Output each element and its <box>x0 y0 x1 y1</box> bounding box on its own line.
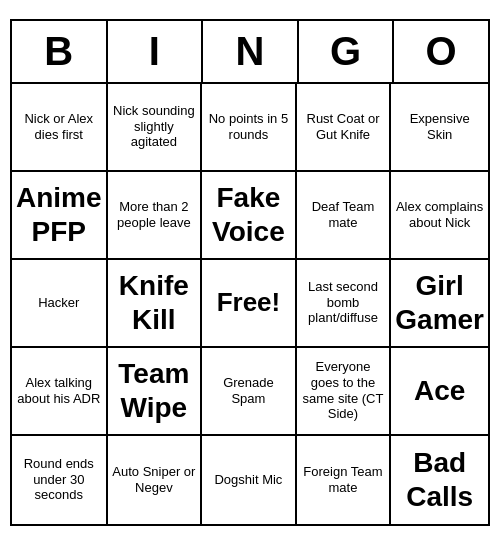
cell-text-6: More than 2 people leave <box>112 199 197 230</box>
bingo-cell-0[interactable]: Nick or Alex dies first <box>12 84 108 172</box>
header-letter-o: O <box>394 21 488 82</box>
bingo-cell-7[interactable]: Fake Voice <box>202 172 297 260</box>
cell-text-13: Last second bomb plant/diffuse <box>301 279 386 326</box>
cell-text-17: Grenade Spam <box>206 375 291 406</box>
cell-text-8: Deaf Team mate <box>301 199 386 230</box>
bingo-header: BINGO <box>12 21 488 84</box>
bingo-cell-9[interactable]: Alex complains about Nick <box>391 172 488 260</box>
bingo-cell-16[interactable]: Team Wipe <box>108 348 203 436</box>
bingo-cell-11[interactable]: Knife Kill <box>108 260 203 348</box>
bingo-cell-2[interactable]: No points in 5 rounds <box>202 84 297 172</box>
bingo-cell-20[interactable]: Round ends under 30 seconds <box>12 436 108 524</box>
cell-text-1: Nick sounding slightly agitated <box>112 103 197 150</box>
header-letter-i: I <box>108 21 204 82</box>
cell-text-7: Fake Voice <box>206 181 291 248</box>
bingo-cell-21[interactable]: Auto Sniper or Negev <box>108 436 203 524</box>
header-letter-g: G <box>299 21 395 82</box>
bingo-cell-18[interactable]: Everyone goes to the same site (CT Side) <box>297 348 392 436</box>
cell-text-16: Team Wipe <box>112 357 197 424</box>
cell-text-12: Free! <box>217 287 281 318</box>
bingo-cell-5[interactable]: Anime PFP <box>12 172 108 260</box>
bingo-cell-4[interactable]: Expensive Skin <box>391 84 488 172</box>
bingo-cell-10[interactable]: Hacker <box>12 260 108 348</box>
cell-text-3: Rust Coat or Gut Knife <box>301 111 386 142</box>
cell-text-14: Girl Gamer <box>395 269 484 336</box>
bingo-cell-14[interactable]: Girl Gamer <box>391 260 488 348</box>
bingo-cell-22[interactable]: Dogshit Mic <box>202 436 297 524</box>
bingo-cell-3[interactable]: Rust Coat or Gut Knife <box>297 84 392 172</box>
cell-text-15: Alex talking about his ADR <box>16 375 102 406</box>
cell-text-21: Auto Sniper or Negev <box>112 464 197 495</box>
bingo-cell-13[interactable]: Last second bomb plant/diffuse <box>297 260 392 348</box>
bingo-grid: Nick or Alex dies firstNick sounding sli… <box>12 84 488 524</box>
header-letter-n: N <box>203 21 299 82</box>
cell-text-19: Ace <box>414 374 465 408</box>
bingo-cell-19[interactable]: Ace <box>391 348 488 436</box>
header-letter-b: B <box>12 21 108 82</box>
cell-text-18: Everyone goes to the same site (CT Side) <box>301 359 386 421</box>
cell-text-22: Dogshit Mic <box>214 472 282 488</box>
cell-text-5: Anime PFP <box>16 181 102 248</box>
bingo-cell-12[interactable]: Free! <box>202 260 297 348</box>
bingo-cell-6[interactable]: More than 2 people leave <box>108 172 203 260</box>
cell-text-9: Alex complains about Nick <box>395 199 484 230</box>
bingo-cell-15[interactable]: Alex talking about his ADR <box>12 348 108 436</box>
cell-text-23: Foreign Team mate <box>301 464 386 495</box>
cell-text-2: No points in 5 rounds <box>206 111 291 142</box>
cell-text-0: Nick or Alex dies first <box>16 111 102 142</box>
cell-text-20: Round ends under 30 seconds <box>16 456 102 503</box>
bingo-cell-1[interactable]: Nick sounding slightly agitated <box>108 84 203 172</box>
cell-text-10: Hacker <box>38 295 79 311</box>
bingo-cell-8[interactable]: Deaf Team mate <box>297 172 392 260</box>
bingo-card: BINGO Nick or Alex dies firstNick soundi… <box>10 19 490 526</box>
cell-text-24: Bad Calls <box>395 446 484 513</box>
bingo-cell-24[interactable]: Bad Calls <box>391 436 488 524</box>
cell-text-11: Knife Kill <box>112 269 197 336</box>
bingo-cell-17[interactable]: Grenade Spam <box>202 348 297 436</box>
bingo-cell-23[interactable]: Foreign Team mate <box>297 436 392 524</box>
cell-text-4: Expensive Skin <box>395 111 484 142</box>
